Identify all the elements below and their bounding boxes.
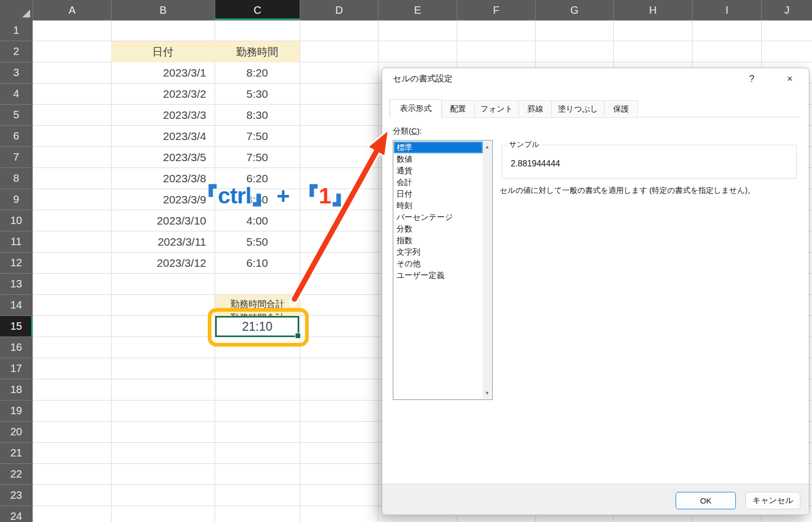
scroll-up-icon[interactable]: ▲ <box>483 142 492 152</box>
category-fraction[interactable]: 分数 <box>394 223 483 235</box>
column-header-g[interactable]: G <box>535 0 613 20</box>
row-header-24[interactable]: 24 <box>0 506 32 522</box>
listbox-scrollbar[interactable]: ▲ ▼ <box>483 141 492 399</box>
row-header-3[interactable]: 3 <box>0 62 32 83</box>
row-header-4[interactable]: 4 <box>0 83 32 105</box>
column-header-a[interactable]: A <box>33 0 111 20</box>
row-header-6[interactable]: 6 <box>0 126 32 147</box>
row-header-10[interactable]: 10 <box>0 210 32 231</box>
row-header-13[interactable]: 13 <box>0 274 32 295</box>
dialog-button-strip <box>382 483 809 515</box>
date-cell[interactable]: 2023/3/12 <box>111 253 215 274</box>
select-all-triangle-icon <box>22 10 30 17</box>
bracket-close: 』 <box>331 183 353 208</box>
row-header-23[interactable]: 23 <box>0 485 32 506</box>
column-header-d[interactable]: D <box>300 0 378 20</box>
column-header-b[interactable]: B <box>111 0 215 20</box>
row-header-22[interactable]: 22 <box>0 464 32 485</box>
tab-strip: 表示形式 配置 フォント 罫線 塗りつぶし 保護 <box>390 99 638 118</box>
date-cell[interactable]: 2023/3/1 <box>111 62 215 83</box>
time-cell[interactable]: 8:20 <box>215 62 300 83</box>
row-header-9[interactable]: 9 <box>0 189 32 210</box>
row-header-8[interactable]: 8 <box>0 168 32 189</box>
time-cell[interactable]: 5:30 <box>215 83 300 105</box>
table-row: 2023/3/38:30 <box>111 105 300 126</box>
row-header-7[interactable]: 7 <box>0 147 32 168</box>
close-icon[interactable]: × <box>781 70 799 87</box>
date-cell[interactable]: 2023/3/4 <box>111 126 215 147</box>
row-header-2[interactable]: 2 <box>0 41 32 62</box>
time-cell[interactable]: 7:50 <box>215 126 300 147</box>
table-row: 2023/3/126:10 <box>111 253 300 274</box>
row-header-19[interactable]: 19 <box>0 400 32 422</box>
cell-b2-date-header[interactable]: 日付 <box>111 41 215 62</box>
column-header-f[interactable]: F <box>457 0 535 20</box>
category-label: 分類(C): <box>393 126 422 136</box>
column-header-j[interactable]: J <box>761 0 812 20</box>
category-general-selected[interactable]: 標準 <box>394 142 483 153</box>
row-header-column: 1 2 3 4 5 6 7 8 9 10 11 12 13 14 15 16 1… <box>0 20 33 522</box>
row-header-15-selected[interactable]: 15 <box>0 316 32 337</box>
row-header-14[interactable]: 14 <box>0 295 32 316</box>
dialog-title: セルの書式設定 <box>393 73 453 85</box>
category-listbox: 標準 数値 通貨 会計 日付 時刻 パーセンテージ 分数 指数 文字列 その他 … <box>393 140 493 400</box>
ctrl-key-label: ctrl <box>218 183 251 208</box>
row-header-1[interactable]: 1 <box>0 20 32 41</box>
select-all-corner[interactable] <box>0 0 33 20</box>
column-header-h[interactable]: H <box>613 0 692 20</box>
ok-button[interactable]: OK <box>676 492 736 509</box>
date-cell[interactable]: 2023/3/2 <box>111 83 215 105</box>
time-cell[interactable]: 5:50 <box>215 231 300 253</box>
category-percentage[interactable]: パーセンテージ <box>394 211 483 223</box>
tab-font[interactable]: フォント <box>475 100 519 118</box>
selected-column-indicator <box>215 18 300 20</box>
tab-fill[interactable]: 塗りつぶし <box>552 100 605 118</box>
cancel-button[interactable]: キャンセル <box>745 492 800 509</box>
row-header-16[interactable]: 16 <box>0 337 32 358</box>
tab-alignment[interactable]: 配置 <box>442 100 475 118</box>
one-key-label: 1 <box>319 183 331 208</box>
plus-sign: + <box>276 183 289 208</box>
time-cell[interactable]: 6:10 <box>215 253 300 274</box>
row-header-11[interactable]: 11 <box>0 231 32 253</box>
date-cell[interactable]: 2023/3/3 <box>111 105 215 126</box>
category-time[interactable]: 時刻 <box>394 200 483 211</box>
column-header-e[interactable]: E <box>378 0 457 20</box>
category-text[interactable]: 文字列 <box>394 246 483 258</box>
date-cell[interactable]: 2023/3/5 <box>111 147 215 168</box>
tab-number-format[interactable]: 表示形式 <box>390 99 442 118</box>
selected-row-indicator <box>31 316 33 337</box>
date-cell[interactable]: 2023/3/11 <box>111 231 215 253</box>
category-scientific[interactable]: 指数 <box>394 235 483 246</box>
category-accounting[interactable]: 会計 <box>394 176 483 188</box>
row-header-18[interactable]: 18 <box>0 379 32 400</box>
row-header-17[interactable]: 17 <box>0 358 32 379</box>
gridline <box>378 20 379 522</box>
row-header-12[interactable]: 12 <box>0 253 32 274</box>
time-cell[interactable]: 8:30 <box>215 105 300 126</box>
tab-border[interactable]: 罫線 <box>519 100 552 118</box>
category-date[interactable]: 日付 <box>394 188 483 200</box>
selection-fill-handle[interactable] <box>295 333 301 339</box>
cell-c2-time-header[interactable]: 勤務時間 <box>215 41 300 62</box>
row-header-5[interactable]: 5 <box>0 105 32 126</box>
tab-protection[interactable]: 保護 <box>605 100 638 118</box>
row-header-20[interactable]: 20 <box>0 422 32 443</box>
time-cell[interactable]: 7:50 <box>215 147 300 168</box>
category-special[interactable]: その他 <box>394 258 483 269</box>
table-row: 2023/3/115:50 <box>111 231 300 253</box>
category-custom[interactable]: ユーザー定義 <box>394 269 483 281</box>
table-row: 2023/3/104:00 <box>111 210 300 231</box>
time-cell[interactable]: 4:00 <box>215 210 300 231</box>
scroll-down-icon[interactable]: ▼ <box>483 388 492 398</box>
category-number[interactable]: 数値 <box>394 153 483 165</box>
date-cell[interactable]: 2023/3/10 <box>111 210 215 231</box>
column-header-i[interactable]: I <box>692 0 761 20</box>
table-row: 2023/3/18:20 <box>111 62 300 83</box>
row-header-21[interactable]: 21 <box>0 443 32 464</box>
category-currency[interactable]: 通貨 <box>394 165 483 176</box>
work-time-table: 2023/3/18:20 2023/3/25:30 2023/3/38:30 2… <box>111 62 300 274</box>
help-icon[interactable]: ? <box>743 70 761 87</box>
table-row: 2023/3/25:30 <box>111 83 300 105</box>
column-header-c-selected[interactable]: C <box>215 0 300 20</box>
